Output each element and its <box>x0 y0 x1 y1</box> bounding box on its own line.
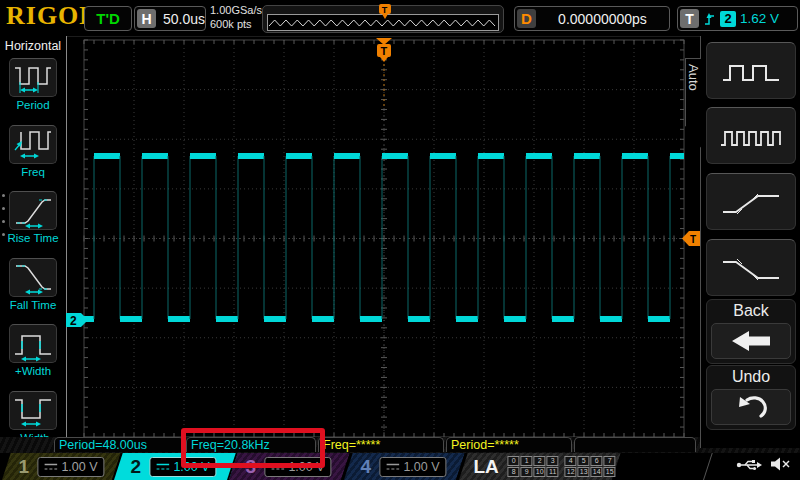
menu-item-label: Rise Time <box>7 232 58 244</box>
la-digit: 14 <box>591 467 603 477</box>
rising-edge-icon <box>716 185 786 219</box>
menu-item-fall-time[interactable]: Fall Time <box>0 256 66 323</box>
svg-text:T: T <box>690 234 696 245</box>
measurement-text: Period=***** <box>451 438 519 452</box>
horizontal-measure-menu: Horizontal Period Freq <box>0 36 67 448</box>
softkey-multi-pulse[interactable] <box>706 107 796 164</box>
la-digit: 7 <box>604 456 616 466</box>
sample-rate: 1.00GSa/s <box>210 4 262 18</box>
la-digit: 10 <box>534 467 546 477</box>
la-digit: 0 <box>508 456 520 466</box>
usb-icon <box>736 457 763 472</box>
channel-number: 4 <box>360 456 374 478</box>
softkey-undo[interactable]: Undo <box>706 365 796 430</box>
softkey-falling-edge[interactable] <box>706 239 796 296</box>
menu-item-label: Freq <box>21 166 45 178</box>
channel-4-tab[interactable]: 4 1.00 V <box>344 453 467 480</box>
menu-item-label: Fall Time <box>10 299 57 311</box>
measurement-text: Freq=***** <box>323 438 380 452</box>
trigger-position-marker[interactable]: T <box>376 38 392 108</box>
la-digit: 3 <box>547 456 559 466</box>
menu-item-label: +Width <box>15 365 51 377</box>
memory-depth: 600k pts <box>210 18 262 32</box>
channel-scale: 1.00 V <box>61 460 97 474</box>
channel-number: 1 <box>18 456 32 478</box>
minus-width-icon <box>9 391 57 430</box>
fall-time-icon <box>9 258 57 297</box>
la-digit: 4 <box>565 456 577 466</box>
menu-item-plus-width[interactable]: +Width <box>0 322 66 389</box>
undo-label: Undo <box>707 366 795 388</box>
trigger-key-label: T <box>680 9 699 28</box>
preview-trigger-letter: T <box>382 5 388 15</box>
delay-value: 0.00000000ps <box>536 11 669 27</box>
la-digit: 15 <box>604 467 616 477</box>
channel-scale-box: 1.00 V <box>379 457 446 477</box>
la-digits: 01234567 89101112131415 <box>508 456 616 477</box>
waveform-preview-bar[interactable]: T <box>262 5 504 33</box>
timebase-value: 50.0us <box>163 11 205 27</box>
la-digit: 6 <box>591 456 603 466</box>
h-key-label: H <box>137 9 156 28</box>
scope-display: 2TT <box>62 36 700 442</box>
freq-wave-icon <box>9 125 57 164</box>
la-digit: 9 <box>521 467 533 477</box>
la-digits-row2: 89101112131415 <box>508 467 616 477</box>
rising-edge-icon <box>703 11 716 27</box>
right-softkey-menu: Auto Back Undo <box>700 36 800 448</box>
menu-item-rise-time[interactable]: Rise Time <box>0 189 66 256</box>
menu-title: Horizontal <box>0 36 66 56</box>
undo-button[interactable] <box>711 389 791 425</box>
la-tab[interactable]: LA 01234567 89101112131415 <box>459 453 623 480</box>
measurement-bar: Period=48.00us Freq=20.8kHz Freq=***** P… <box>0 437 800 453</box>
softkey-rising-edge[interactable] <box>706 173 796 230</box>
la-digit: 2 <box>534 456 546 466</box>
horizontal-timebase-badge[interactable]: H 50.0us <box>134 6 206 31</box>
menu-item-period[interactable]: Period <box>0 56 66 123</box>
empty-segment <box>615 453 713 480</box>
softkey-single-pulse[interactable] <box>706 42 796 99</box>
back-label: Back <box>707 300 795 322</box>
la-digits-row1: 01234567 <box>508 456 616 466</box>
trigger-level-marker[interactable]: T <box>682 231 700 246</box>
acquisition-info: 1.00GSa/s 600k pts <box>210 4 262 31</box>
la-digit: 13 <box>578 467 590 477</box>
channel-scale-box: 1.00 V <box>37 457 104 477</box>
softkey-back[interactable]: Back <box>706 299 796 364</box>
back-arrow-icon <box>727 328 775 354</box>
falling-edge-icon <box>716 251 786 285</box>
preview-trigger-marker[interactable]: T <box>379 4 391 19</box>
measurement-slot-period-invalid[interactable]: Period=***** <box>446 437 572 452</box>
la-digit: 11 <box>547 467 559 477</box>
trigger-level-value: 1.62 V <box>740 11 779 26</box>
menu-item-freq[interactable]: Freq <box>0 123 66 190</box>
top-status-bar: RIGOL T'D H 50.0us 1.00GSa/s 600k pts T … <box>0 0 800 37</box>
delay-key-label: D <box>517 9 536 28</box>
la-digit: 12 <box>565 467 577 477</box>
channel-number: 2 <box>130 456 144 478</box>
measurement-slot-period-ch2[interactable]: Period=48.00us <box>54 437 184 452</box>
svg-text:T: T <box>381 45 388 57</box>
measurement-slot-empty[interactable] <box>574 437 696 452</box>
la-digit: 1 <box>521 456 533 466</box>
undo-arrow-icon <box>733 394 769 420</box>
svg-text:2: 2 <box>70 314 77 328</box>
la-digit: 5 <box>578 456 590 466</box>
channel-2-level-marker[interactable]: 2 <box>66 313 88 328</box>
rise-time-icon <box>9 191 57 230</box>
channel-status-bar: 1 1.00 V 2 1.00 V 3 1.00 V 4 <box>0 453 800 480</box>
delay-badge[interactable]: D 0.00000000ps <box>514 6 670 31</box>
menu-item-label: Period <box>16 99 49 111</box>
multi-pulse-icon <box>716 119 786 153</box>
trigger-badge[interactable]: T 2 1.62 V <box>677 6 798 31</box>
channel-1-tab[interactable]: 1 1.00 V <box>2 453 123 480</box>
speaker-muted-icon <box>770 456 792 472</box>
measurement-slot-freq-invalid[interactable]: Freq=***** <box>318 437 444 452</box>
measurement-text: Period=48.00us <box>59 438 147 452</box>
dc-coupling-icon <box>386 463 399 471</box>
highlight-red-box <box>181 428 325 468</box>
period-wave-icon <box>9 58 57 97</box>
la-label: LA <box>473 456 498 478</box>
trigger-status-badge: T'D <box>84 6 132 31</box>
back-button[interactable] <box>711 323 791 359</box>
